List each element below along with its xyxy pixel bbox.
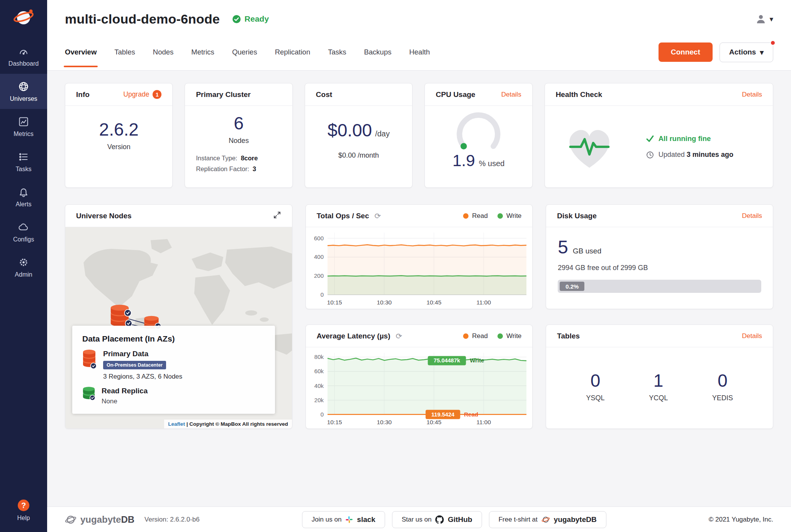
sidebar-item-label: Dashboard [8, 60, 39, 67]
health-check-card: Health Check Details All running fine [545, 83, 773, 188]
read-legend-label: Read [472, 212, 488, 220]
actions-button[interactable]: Actions ▾ [720, 42, 773, 62]
ycql-stat: 1 YCQL [649, 370, 668, 402]
sidebar-item-label: Admin [15, 271, 32, 278]
card-title: Info [76, 90, 90, 99]
tables-card: Tables Details 0 YSQL 1 YCQL [546, 325, 773, 429]
charts-column: Total Ops / Sec ⟳ Read Write 02004006001… [306, 204, 533, 429]
disk-percent-chip: 0.2% [560, 282, 584, 291]
right-column: Disk Usage Details 5 GB used 2994 GB fre… [546, 204, 773, 429]
sidebar-item-configs[interactable]: Configs [0, 214, 47, 250]
svg-text:11:00: 11:00 [476, 419, 491, 425]
svg-text:Write: Write [470, 357, 484, 364]
write-legend-label: Write [506, 332, 521, 340]
svg-text:10:30: 10:30 [377, 419, 392, 425]
svg-text:10:15: 10:15 [327, 299, 342, 306]
heartbeat-icon [560, 122, 618, 172]
svg-text:0: 0 [320, 291, 323, 298]
world-map[interactable]: Data Placement (In AZs) Primary Data [65, 227, 292, 428]
universes-icon [18, 81, 29, 92]
tables-details-link[interactable]: Details [742, 332, 762, 340]
sidebar-item-universes[interactable]: Universes [0, 74, 47, 109]
cpu-suffix: % used [479, 159, 505, 168]
slack-button[interactable]: Join us on slack [302, 511, 385, 528]
disk-used-value: 5 [558, 236, 568, 258]
health-details-link[interactable]: Details [742, 91, 762, 99]
sidebar-item-tasks[interactable]: Tasks [0, 144, 47, 179]
sidebar-item-help[interactable]: ? Help [0, 492, 47, 528]
github-button[interactable]: Star us on GitHub [392, 511, 482, 528]
sidebar-item-label: Metrics [14, 131, 34, 138]
card-title: Universe Nodes [76, 212, 132, 220]
tab-backups[interactable]: Backups [364, 34, 391, 70]
tab-tables[interactable]: Tables [114, 34, 135, 70]
sidebar-item-metrics[interactable]: Metrics [0, 109, 47, 144]
refresh-icon[interactable]: ⟳ [375, 211, 381, 221]
tab-health[interactable]: Health [409, 34, 429, 70]
upgrade-link[interactable]: Upgrade 1 [123, 90, 161, 99]
cluster-attributes: Instance Type:8core Replication Factor:3 [185, 151, 292, 173]
svg-text:0: 0 [320, 411, 323, 418]
map-attribution: Leaflet | Copyright © MapBox All rights … [164, 420, 292, 428]
footer-version: Version: 2.6.2.0-b6 [144, 516, 200, 524]
health-updated-value: 3 minutes ago [687, 151, 733, 158]
user-menu[interactable]: ▾ [755, 13, 773, 25]
sidebar-item-dashboard[interactable]: Dashboard [0, 39, 47, 74]
ysql-count: 0 [591, 370, 601, 391]
ysql-stat: 0 YSQL [586, 370, 605, 402]
yugabyte-logo-icon[interactable] [12, 6, 35, 30]
tshirt-label: yugabyteDB [554, 515, 597, 524]
footer-logo: yugabyteDB [65, 514, 134, 525]
cpu-details-link[interactable]: Details [501, 91, 521, 99]
tab-queries[interactable]: Queries [232, 34, 257, 70]
yugabytedb-logo-icon [65, 514, 76, 525]
connect-button[interactable]: Connect [659, 42, 713, 62]
footer-logo-text: yugabyte [80, 514, 121, 525]
tab-overview[interactable]: Overview [65, 34, 97, 70]
slack-label: slack [357, 515, 375, 524]
refresh-icon[interactable]: ⟳ [396, 331, 402, 341]
svg-text:10:15: 10:15 [327, 419, 342, 425]
tab-metrics[interactable]: Metrics [191, 34, 214, 70]
sidebar-item-admin[interactable]: Admin [0, 250, 47, 285]
tab-bar: Overview Tables Nodes Metrics Queries Re… [65, 34, 430, 70]
sidebar-item-label: Alerts [16, 201, 32, 208]
expand-map-button[interactable] [273, 211, 281, 221]
svg-text:80k: 80k [314, 354, 324, 360]
ycql-count: 1 [654, 370, 664, 391]
version-value: 2.6.2 [99, 119, 139, 140]
instance-type-value: 8core [241, 155, 258, 161]
sidebar-item-alerts[interactable]: Alerts [0, 179, 47, 214]
tab-replication[interactable]: Replication [275, 34, 311, 70]
title-row: multi-cloud-demo-6node Ready ▾ [65, 0, 773, 34]
disk-free-text: 2994 GB free out of 2999 GB [558, 264, 761, 272]
leaflet-link[interactable]: Leaflet [168, 421, 185, 427]
tshirt-button[interactable]: Free t-shirt at yugabyteDB [489, 511, 606, 528]
read-legend-label: Read [472, 332, 488, 340]
actions-wrap: Actions ▾ [720, 42, 773, 62]
card-title: Health Check [556, 90, 602, 99]
primary-data-label: Primary Data [103, 350, 182, 358]
svg-text:40k: 40k [314, 382, 324, 389]
main-column: multi-cloud-demo-6node Ready ▾ Overview … [47, 0, 791, 532]
ycql-label: YCQL [649, 394, 668, 402]
universe-nodes-card: Universe Nodes [65, 204, 292, 429]
tab-nodes[interactable]: Nodes [153, 34, 173, 70]
replication-factor-value: 3 [253, 165, 256, 172]
write-legend-label: Write [506, 212, 521, 220]
tab-tasks[interactable]: Tasks [328, 34, 346, 70]
status-badge: Ready [232, 14, 269, 24]
svg-text:20k: 20k [314, 397, 324, 403]
sidebar-item-label: Help [17, 515, 30, 522]
app-root: Dashboard Universes Metrics Tasks [0, 0, 791, 532]
yugabytedb-mini-logo-icon [541, 515, 550, 524]
data-placement-title: Data Placement (In AZs) [82, 334, 265, 343]
user-icon [755, 13, 767, 25]
disk-details-link[interactable]: Details [742, 212, 762, 220]
chart-legend: Read Write [463, 332, 521, 340]
tasks-icon [18, 151, 29, 162]
cloud-icon [18, 222, 29, 233]
summary-row: Info Upgrade 1 2.6.2 Version Primary Clu… [65, 83, 773, 188]
replication-factor-label: Replication Factor: [196, 165, 249, 172]
ysql-label: YSQL [586, 394, 605, 402]
